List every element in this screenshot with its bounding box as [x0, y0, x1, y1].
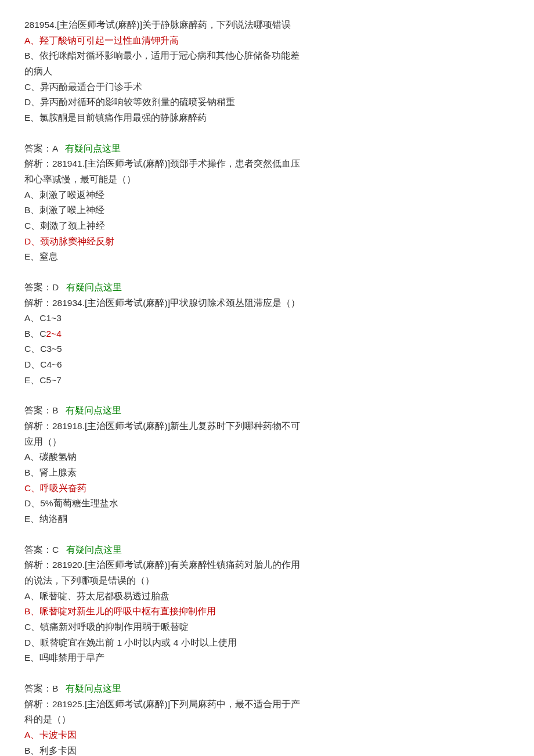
document-page: 281954.[主治医师考试(麻醉)]关于静脉麻醉药，下列说法哪项错误 A、羟丁…	[0, 0, 534, 756]
answer-line: 答案：B 有疑问点这里	[24, 681, 510, 697]
option-e: E、C5~7	[24, 373, 510, 388]
doubt-link[interactable]: 有疑问点这里	[66, 405, 121, 415]
doubt-link[interactable]: 有疑问点这里	[65, 143, 121, 153]
explain-line2: 应用（）	[24, 434, 510, 450]
option-e: E、窒息	[24, 249, 510, 265]
answer-line: 答案：C 有疑问点这里	[24, 542, 510, 558]
question-title: 281954.[主治医师考试(麻醉)]关于静脉麻醉药，下列说法哪项错误	[24, 17, 510, 33]
answer-line: 答案：B 有疑问点这里	[24, 403, 510, 419]
option-a: A、碳酸氢钠	[24, 449, 510, 465]
explain-line2: 科的是（）	[24, 712, 510, 728]
option-c: C、C3~5	[24, 341, 510, 357]
option-d: D、异丙酚对循环的影响较等效剂量的硫喷妥钠稍重	[24, 95, 510, 110]
option-a: A、哌替啶、芬太尼都极易透过胎盘	[24, 589, 510, 604]
doubt-link[interactable]: 有疑问点这里	[66, 282, 122, 292]
explain-line2: 和心率减慢，最可能是（）	[24, 172, 510, 188]
option-e: E、氯胺酮是目前镇痛作用最强的静脉麻醉药	[24, 110, 510, 126]
option-a: A、刺激了喉返神经	[24, 188, 510, 203]
option-d: D、哌替啶宜在娩出前 1 小时以内或 4 小时以上使用	[24, 635, 510, 651]
answer-label: 答案：B	[24, 683, 58, 693]
option-c: C、镇痛新对呼吸的抑制作用弱于哌替啶	[24, 620, 510, 635]
option-a: A、卡波卡因	[24, 728, 510, 743]
option-e: E、吗啡禁用于早产	[24, 650, 510, 666]
option-b-line2: 的病人	[24, 64, 510, 80]
option-d: D、5%葡萄糖生理盐水	[24, 496, 510, 512]
option-b: B、利多卡因	[24, 743, 510, 756]
explain-line1: 解析：281920.[主治医师考试(麻醉)]有关麻醉性镇痛药对胎儿的作用	[24, 557, 510, 573]
doubt-link[interactable]: 有疑问点这里	[66, 683, 121, 693]
answer-label: 答案：D	[24, 282, 59, 292]
explain-line: 解析：281934.[主治医师考试(麻醉)]甲状腺切除术颈丛阻滞应是（）	[24, 296, 510, 311]
explain-line1: 解析：281925.[主治医师考试(麻醉)]下列局麻药中，最不适合用于产	[24, 697, 510, 712]
answer-label: 答案：B	[24, 405, 58, 415]
option-a: A、C1~3	[24, 311, 510, 326]
explain-line1: 解析：281941.[主治医师考试(麻醉)]颈部手术操作，患者突然低血压	[24, 156, 510, 172]
option-b-line1: B、依托咪酯对循环影响最小，适用于冠心病和其他心脏储备功能差	[24, 48, 510, 64]
option-c: C、刺激了颈上神经	[24, 218, 510, 234]
answer-line: 答案：A 有疑问点这里	[24, 141, 510, 157]
explain-line1: 解析：281918.[主治医师考试(麻醉)]新生儿复苏时下列哪种药物不可	[24, 419, 510, 434]
option-d: D、颈动脉窦神经反射	[24, 234, 510, 250]
answer-label: 答案：A	[24, 143, 57, 153]
option-c: C、异丙酚最适合于门诊手术	[24, 80, 510, 95]
answer-line: 答案：D 有疑问点这里	[24, 280, 510, 296]
doubt-link[interactable]: 有疑问点这里	[66, 545, 122, 555]
option-a: A、羟丁酸钠可引起一过性血清钾升高	[24, 33, 510, 49]
option-b: B、刺激了喉上神经	[24, 203, 510, 218]
option-e: E、纳洛酮	[24, 512, 510, 527]
option-c: C、呼吸兴奋药	[24, 481, 510, 496]
answer-label: 答案：C	[24, 545, 59, 555]
option-b: B、哌替啶对新生儿的呼吸中枢有直接抑制作用	[24, 604, 510, 620]
explain-line2: 的说法，下列哪项是错误的（）	[24, 573, 510, 589]
option-d: D、C4~6	[24, 357, 510, 373]
option-b: B、C2~4	[24, 326, 510, 342]
option-b: B、肾上腺素	[24, 465, 510, 481]
